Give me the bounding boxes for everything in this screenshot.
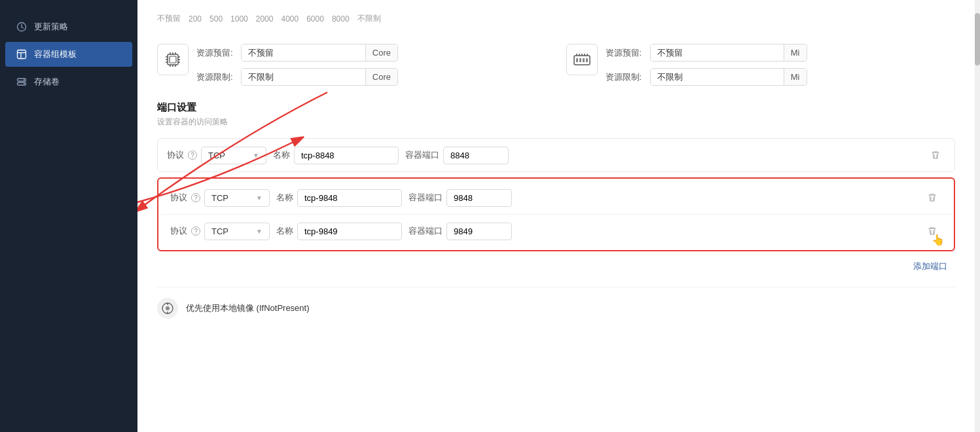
protocol-select-1[interactable]: TCP ▼	[201, 147, 266, 164]
slider-row: 不预留 200 500 1000 2000 4000 6000 8000 不限制	[157, 13, 955, 31]
cpu-reserve-input[interactable]	[242, 45, 365, 61]
protocol-label-1: 协议	[167, 149, 184, 161]
delete-port-1[interactable]	[926, 145, 945, 165]
scrollbar-track[interactable]	[975, 0, 980, 432]
sidebar-item-label: 更新策略	[34, 21, 68, 33]
memory-icon	[566, 44, 598, 75]
mem-reserve-unit: Mi	[784, 45, 807, 61]
container-port-input-1[interactable]	[443, 147, 509, 164]
slider-label-4: 2000	[256, 14, 274, 24]
protocol-value-2: TCP	[211, 193, 251, 203]
scrollbar-thumb[interactable]	[975, 13, 980, 65]
main-content: 不预留 200 500 1000 2000 4000 6000 8000 不限制	[137, 0, 975, 432]
chevron-down-icon-2: ▼	[256, 194, 263, 202]
port-name-input-2[interactable]	[297, 189, 402, 207]
storage-icon	[16, 76, 27, 88]
cpu-reserve-input-wrap: Core	[241, 44, 398, 62]
container-port-group-1: 容器端口	[405, 147, 509, 164]
protocol-label-3: 协议	[170, 225, 187, 237]
container-port-input-3[interactable]	[446, 223, 512, 240]
svg-rect-9	[170, 56, 176, 63]
image-icon	[157, 298, 178, 319]
protocol-group-3: 协议 ? TCP ▼	[170, 223, 270, 240]
mem-limit-input[interactable]	[651, 69, 784, 85]
slider-label-6: 6000	[306, 14, 324, 24]
memory-fields: 资源预留: Mi 资源限制: Mi	[606, 44, 956, 86]
mem-reserve-input[interactable]	[651, 45, 784, 61]
slider-label-2: 500	[209, 14, 223, 24]
cpu-limit-input-wrap: Core	[241, 68, 398, 86]
cpu-reserve-label: 资源预留:	[196, 47, 236, 59]
protocol-group-2: 协议 ? TCP ▼	[170, 189, 270, 207]
mem-limit-label: 资源限制:	[606, 71, 645, 83]
svg-rect-29	[579, 58, 581, 62]
protocol-select-2[interactable]: TCP ▼	[204, 189, 270, 207]
sidebar-item-storage[interactable]: 存储卷	[5, 69, 132, 94]
protocol-help-3[interactable]: ?	[191, 226, 200, 236]
svg-rect-28	[576, 58, 578, 62]
protocol-select-3[interactable]: TCP ▼	[204, 223, 270, 240]
name-label-2: 名称	[276, 192, 293, 204]
port-section-desc: 设置容器的访问策略	[157, 117, 955, 128]
cpu-reserve-unit: Core	[365, 45, 397, 61]
port-name-input-1[interactable]	[294, 147, 399, 164]
port-section-title: 端口设置	[157, 101, 955, 114]
container-port-label-2: 容器端口	[408, 192, 443, 204]
svg-rect-31	[586, 58, 588, 62]
cpu-limit-row: 资源限制: Core	[196, 68, 547, 86]
slider-label-7: 8000	[332, 14, 350, 24]
memory-resource-card: 资源预留: Mi 资源限制: Mi	[566, 44, 956, 86]
sidebar-item-update-strategy[interactable]: 更新策略	[5, 14, 132, 39]
content-area: 不预留 200 500 1000 2000 4000 6000 8000 不限制	[137, 0, 975, 432]
sidebar-item-label: 存储卷	[34, 76, 60, 88]
delete-port-3[interactable]: 👆	[922, 221, 942, 241]
cpu-icon	[157, 44, 189, 75]
resource-section: 资源预留: Core 资源限制: Core	[157, 44, 955, 86]
svg-rect-1	[18, 50, 26, 59]
sidebar: 更新策略 容器组模板 存储卷	[0, 0, 137, 432]
chevron-down-icon-1: ▼	[253, 152, 259, 159]
add-port-row: 添加端口	[157, 257, 955, 276]
port-row-1: 协议 ? TCP ▼ 名称 容器端口	[157, 138, 955, 172]
mem-limit-row: 资源限制: Mi	[606, 68, 956, 86]
chevron-down-icon-3: ▼	[256, 228, 263, 235]
port-section: 端口设置 设置容器的访问策略 协议 ? TCP ▼	[157, 101, 955, 276]
slider-label-0: 不预留	[157, 13, 181, 24]
protocol-label-2: 协议	[170, 192, 187, 204]
slider-label-8: 不限制	[357, 13, 381, 24]
cpu-limit-unit: Core	[365, 69, 397, 85]
port-row-2: 协议 ? TCP ▼ 名称	[161, 181, 951, 215]
svg-point-7	[24, 83, 25, 84]
add-port-button[interactable]: 添加端口	[905, 257, 955, 276]
clock-icon	[16, 21, 27, 33]
highlighted-port-group: 协议 ? TCP ▼ 名称	[157, 177, 955, 251]
slider-label-5: 4000	[281, 14, 299, 24]
svg-rect-30	[583, 58, 585, 62]
cpu-resource-card: 资源预留: Core 资源限制: Core	[157, 44, 547, 86]
delete-port-2[interactable]	[922, 188, 942, 207]
template-icon	[16, 48, 27, 60]
mem-reserve-row: 资源预留: Mi	[606, 44, 956, 62]
protocol-help-2[interactable]: ?	[191, 193, 200, 202]
bottom-text: 优先使用本地镜像 (IfNotPresent)	[186, 302, 310, 314]
protocol-group-1: 协议 ? TCP ▼	[167, 147, 266, 164]
port-name-input-3[interactable]	[297, 223, 402, 240]
protocol-help-1[interactable]: ?	[188, 151, 197, 160]
bottom-section: 优先使用本地镜像 (IfNotPresent)	[157, 287, 955, 329]
protocol-value-1: TCP	[208, 151, 247, 160]
container-port-input-2[interactable]	[446, 189, 512, 207]
name-group-1: 名称	[273, 147, 399, 164]
name-label-3: 名称	[276, 225, 293, 237]
container-port-label-1: 容器端口	[405, 149, 439, 161]
cpu-limit-input[interactable]	[242, 69, 365, 85]
mem-limit-unit: Mi	[784, 69, 807, 85]
slider-label-3: 1000	[230, 14, 248, 24]
mem-limit-input-wrap: Mi	[650, 68, 807, 86]
cpu-limit-label: 资源限制:	[196, 71, 236, 83]
name-group-2: 名称	[276, 189, 402, 207]
container-port-group-3: 容器端口	[408, 223, 512, 240]
sidebar-item-container-template[interactable]: 容器组模板	[5, 42, 132, 67]
cpu-reserve-row: 资源预留: Core	[196, 44, 547, 62]
mem-reserve-label: 资源预留:	[606, 47, 645, 59]
mem-reserve-input-wrap: Mi	[650, 44, 807, 62]
